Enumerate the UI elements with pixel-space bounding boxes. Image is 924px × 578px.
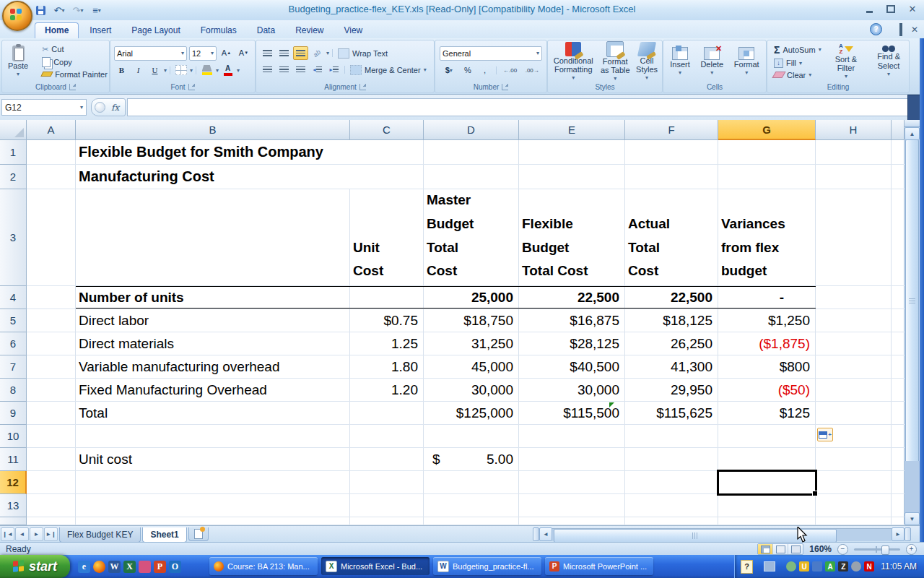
decrease-indent-button[interactable]: ◂ <box>310 63 325 77</box>
cell-E8[interactable]: 30,000 <box>519 379 625 401</box>
font-dialog-launcher-icon[interactable] <box>188 84 195 90</box>
paste-button[interactable]: Paste▾ <box>5 46 31 77</box>
clear-button[interactable]: Clear▾ <box>772 70 824 80</box>
row-header-11[interactable]: 11 <box>0 448 27 471</box>
outlook-icon[interactable]: O <box>169 561 181 573</box>
cut-button[interactable]: ✂Cut <box>40 44 110 55</box>
tab-data[interactable]: Data <box>248 23 284 38</box>
volume-icon[interactable] <box>851 561 861 571</box>
zoom-in-button[interactable]: + <box>906 544 917 555</box>
media-icon[interactable] <box>139 561 151 573</box>
cell-B2[interactable]: Manufacturing Cost <box>76 165 350 189</box>
cell-D8[interactable]: 30,000 <box>424 379 519 401</box>
task-button[interactable]: WBudgeting_practice-fl... <box>433 557 541 575</box>
tab-split-handle[interactable] <box>533 527 539 541</box>
last-sheet-button[interactable]: ►❙ <box>44 527 58 541</box>
row-header-6[interactable]: 6 <box>0 332 27 355</box>
format-cells-button[interactable]: Format▾ <box>731 47 762 76</box>
sheet-tab-flex-budget-key[interactable]: Flex Budget KEY <box>59 527 141 543</box>
cell-G5[interactable]: $1,250 <box>718 309 816 332</box>
agent-icon[interactable]: A <box>825 561 835 571</box>
task-button[interactable]: XMicrosoft Excel - Bud... <box>321 557 430 575</box>
zoom-slider-thumb[interactable] <box>881 545 889 555</box>
col-header-D[interactable]: D <box>424 120 519 140</box>
zoom-level[interactable]: 160% <box>809 544 832 554</box>
accounting-format-button[interactable]: $▾ <box>440 64 458 77</box>
align-center-button[interactable] <box>276 63 292 77</box>
borders-button[interactable] <box>173 64 188 77</box>
col-header-A[interactable]: A <box>27 120 76 140</box>
paste-options-button[interactable]: + <box>817 428 833 441</box>
cell-E3[interactable]: Flexible Budget Total Cost <box>519 189 625 285</box>
decrease-decimal-button[interactable]: .00→ <box>522 64 542 77</box>
format-as-table-button[interactable]: Format as Table▾ <box>597 41 633 82</box>
page-layout-view-button[interactable] <box>773 544 788 554</box>
tab-page-layout[interactable]: Page Layout <box>122 23 189 38</box>
row-header-10[interactable]: 10 <box>0 425 27 448</box>
cell-F5[interactable]: $18,125 <box>625 309 718 332</box>
row-header-13[interactable]: 13 <box>0 494 27 517</box>
orientation-button[interactable]: ab <box>310 46 325 60</box>
cell-B11[interactable]: Unit cost <box>76 448 350 470</box>
cell-G4[interactable]: - <box>718 286 816 309</box>
tab-review[interactable]: Review <box>286 23 333 38</box>
task-button[interactable]: PMicrosoft PowerPoint ... <box>545 557 653 575</box>
cell-C5[interactable]: $0.75 <box>350 309 424 332</box>
row-header-4[interactable]: 4 <box>0 286 27 309</box>
display-icon[interactable] <box>764 561 775 571</box>
cell-C6[interactable]: 1.25 <box>350 332 424 355</box>
workbook-restore-button[interactable] <box>899 25 902 35</box>
cell-E7[interactable]: $40,500 <box>519 355 625 378</box>
horizontal-split-handle[interactable] <box>905 527 911 541</box>
col-header-C[interactable]: C <box>350 120 424 140</box>
insert-cells-button[interactable]: Insert▾ <box>667 47 693 76</box>
cell-F3[interactable]: Actual Total Cost <box>625 189 718 285</box>
shrink-font-button[interactable]: A▼ <box>236 46 251 60</box>
comma-style-button[interactable]: , <box>477 64 492 77</box>
cell-E6[interactable]: $28,125 <box>519 332 625 355</box>
scroll-right-button[interactable]: ► <box>892 527 905 541</box>
scroll-up-button[interactable]: ▲ <box>905 127 920 140</box>
cell-D5[interactable]: $18,750 <box>424 309 519 332</box>
restore-button[interactable] <box>885 4 897 14</box>
vertical-split-handle[interactable] <box>905 120 920 127</box>
worksheet-grid[interactable]: ABCDEFGH 1Flexible Budget for Smith Comp… <box>0 120 905 525</box>
cell-G8[interactable]: ($50) <box>718 379 816 401</box>
office-button[interactable] <box>2 1 32 31</box>
cell-F6[interactable]: 26,250 <box>625 332 718 355</box>
excel-icon[interactable]: X <box>123 561 136 573</box>
word-icon[interactable]: W <box>108 561 121 573</box>
delete-cells-button[interactable]: Delete▾ <box>697 47 726 76</box>
help-icon[interactable]: ? <box>870 23 882 35</box>
cell-B8[interactable]: Fixed Manufacturing Overhead <box>76 379 350 401</box>
col-header-H[interactable]: H <box>816 120 892 140</box>
cell-B5[interactable]: Direct labor <box>76 309 350 332</box>
tab-home[interactable]: Home <box>35 22 79 38</box>
tab-formulas[interactable]: Formulas <box>191 23 246 38</box>
row-header-7[interactable]: 7 <box>0 355 27 379</box>
cell-F7[interactable]: 41,300 <box>625 355 718 378</box>
bottom-align-button[interactable] <box>293 46 308 60</box>
increase-indent-button[interactable]: ▸ <box>326 63 341 77</box>
cell-C3[interactable]: Unit Cost <box>350 189 424 285</box>
row-header-3[interactable]: 3 <box>0 189 27 286</box>
cell-E5[interactable]: $16,875 <box>519 309 625 332</box>
align-right-button[interactable] <box>293 63 308 77</box>
cell-D4[interactable]: 25,000 <box>424 286 519 309</box>
vertical-scrollbar[interactable]: ▲ ▼ <box>904 120 920 525</box>
taskbar-clock[interactable]: 11:05 AM <box>881 561 917 571</box>
col-header-E[interactable]: E <box>519 120 625 140</box>
number-dialog-launcher-icon[interactable] <box>502 84 508 90</box>
shield-icon[interactable]: U <box>799 561 809 571</box>
row-header-12[interactable]: 12 <box>0 471 27 494</box>
cell-C8[interactable]: 1.20 <box>350 379 424 401</box>
zone-icon[interactable]: Z <box>838 561 848 571</box>
cell-B4[interactable]: Number of units <box>76 286 350 309</box>
font-color-button[interactable]: A <box>220 64 235 77</box>
ie-icon[interactable]: e <box>78 561 90 573</box>
next-sheet-button[interactable]: ► <box>30 527 43 541</box>
cell-B9[interactable]: Total <box>76 402 350 424</box>
alignment-dialog-launcher-icon[interactable] <box>359 84 366 90</box>
zoom-out-button[interactable]: − <box>837 544 848 555</box>
scroll-down-button[interactable]: ▼ <box>905 512 920 525</box>
